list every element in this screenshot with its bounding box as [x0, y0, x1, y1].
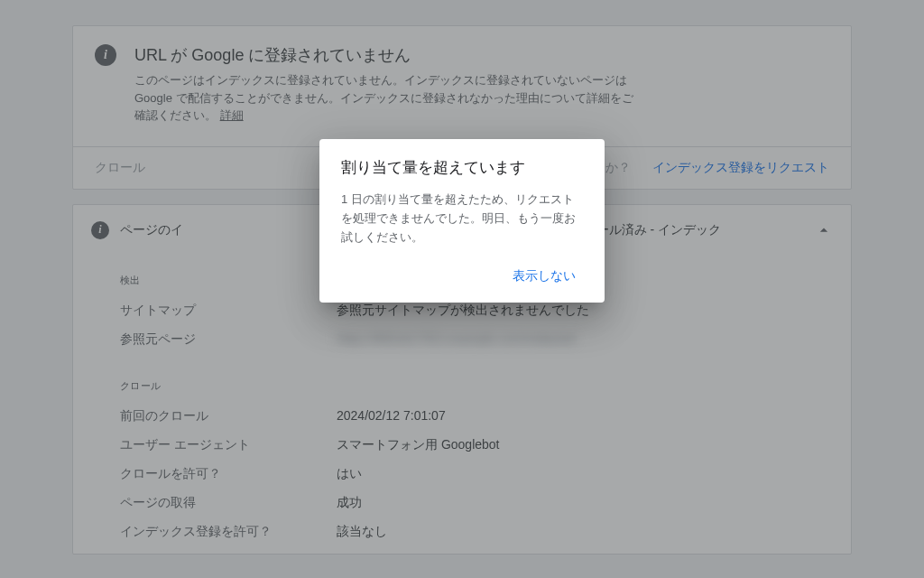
dialog-body: 1 日の割り当て量を超えたため、リクエストを処理できませんでした。明日、もう一度…	[341, 191, 583, 247]
dismiss-button[interactable]: 表示しない	[505, 261, 583, 292]
quota-dialog: 割り当て量を超えています 1 日の割り当て量を超えたため、リクエストを処理できま…	[319, 139, 605, 303]
dialog-actions: 表示しない	[341, 261, 583, 292]
modal-backdrop[interactable]: 割り当て量を超えています 1 日の割り当て量を超えたため、リクエストを処理できま…	[0, 0, 924, 578]
dialog-title: 割り当て量を超えています	[341, 157, 583, 178]
